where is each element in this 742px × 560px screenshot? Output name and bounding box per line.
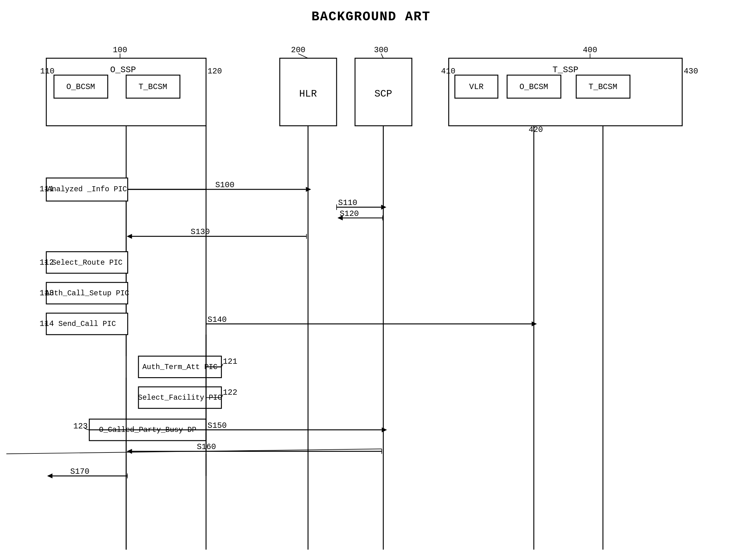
o-ssp-right-num: 120 — [208, 67, 222, 76]
t-ssp-sub-num: 420 — [529, 125, 543, 134]
s100-label: S100 — [215, 181, 234, 190]
t-ssp-label: T_SSP — [552, 65, 579, 75]
analyzed-info-pic-label: Analyzed _Info PIC — [47, 185, 127, 193]
o-bcsm-label: O_BCSM — [66, 82, 95, 92]
t-ssp-right-num: 430 — [684, 67, 698, 76]
s110-label: S110 — [338, 199, 357, 208]
o-called-party-busy-num: 123 — [73, 422, 88, 431]
send-call-num: 114 — [39, 319, 54, 328]
s130-label: S130 — [191, 227, 210, 236]
scp-label: SCP — [374, 89, 392, 99]
auth-call-setup-pic-label: Auth_Call_Setup PIC — [45, 289, 129, 297]
select-route-num: 112 — [39, 258, 54, 267]
analyzed-info-num: 111 — [39, 185, 54, 194]
t-bcsm-label-t-ssp: T_BCSM — [589, 82, 617, 92]
o-ssp-number: 100 — [113, 46, 127, 55]
hlr-number: 200 — [291, 46, 305, 55]
hlr-label: HLR — [299, 89, 317, 99]
t-bcsm-label-o-ssp: T_BCSM — [139, 82, 167, 92]
s170-arrowhead-left — [47, 473, 53, 479]
send-call-pic-label: Send_Call PIC — [58, 320, 116, 328]
s170-label: S170 — [70, 467, 89, 476]
o-ssp-left-num: 110 — [40, 67, 54, 76]
auth-call-setup-num: 113 — [39, 289, 54, 298]
s150-arrowhead — [382, 428, 387, 433]
select-route-pic-label: Select_Route PIC — [52, 259, 122, 267]
scp-number: 300 — [374, 46, 388, 55]
s120-label: S120 — [340, 209, 359, 218]
auth-term-att-num: 121 — [223, 357, 237, 366]
vlr-label: VLR — [469, 82, 483, 92]
s140-label: S140 — [208, 315, 227, 324]
t-ssp-left-num: 410 — [441, 67, 456, 76]
o-bcsm-label-t-ssp: O_BCSM — [520, 82, 548, 92]
s150-label: S150 — [208, 421, 227, 430]
o-ssp-label: O_SSP — [110, 65, 136, 75]
s130-arrowhead-left — [127, 234, 132, 239]
page-title: BACKGROUND ART — [0, 0, 742, 24]
select-facility-num: 122 — [223, 388, 237, 397]
t-ssp-number: 400 — [583, 46, 597, 55]
s160-arrowhead-left — [127, 449, 132, 454]
